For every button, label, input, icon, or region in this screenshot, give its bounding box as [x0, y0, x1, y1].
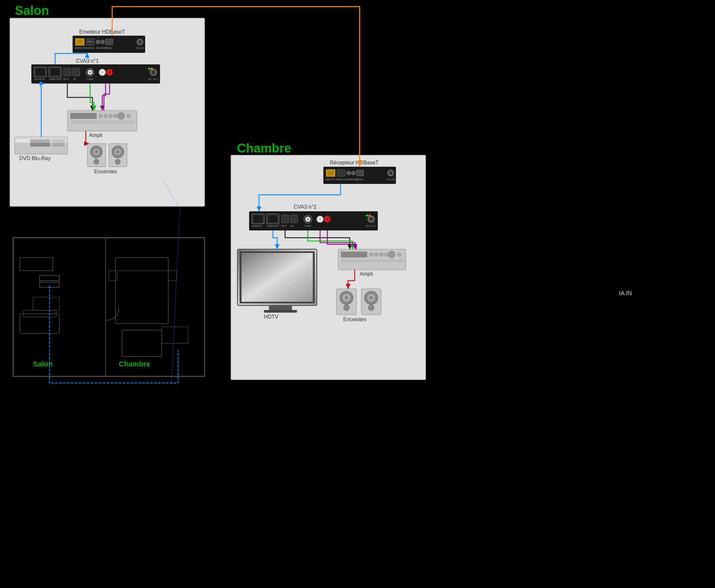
ampli-salon-label: Ampli [89, 132, 102, 138]
svg-text:HDBTOUT: HDBTOUT [74, 47, 86, 49]
hdtv-stand [269, 306, 292, 311]
svg-text:OPTI: OPTI [281, 225, 287, 228]
svg-point-4 [96, 40, 100, 44]
svg-text:DC 12 V: DC 12 V [366, 225, 375, 228]
svg-rect-54 [327, 170, 334, 176]
svg-text:RS232: RS232 [356, 178, 363, 181]
svg-text:HDMI IN: HDMI IN [252, 225, 262, 228]
svg-rect-19 [64, 68, 71, 76]
svg-point-79 [307, 218, 309, 220]
svg-point-84 [326, 217, 329, 221]
svg-point-8 [138, 40, 142, 44]
svg-point-48 [116, 150, 119, 153]
svg-text:HD MI IN: HD MI IN [34, 78, 45, 81]
svg-text:HDMI OUT: HDMI OUT [267, 225, 279, 228]
svg-point-33 [151, 68, 153, 70]
svg-point-28 [108, 71, 111, 74]
svg-point-35 [99, 114, 103, 118]
svg-rect-58 [356, 170, 364, 176]
svg-point-95 [374, 253, 378, 256]
svg-point-97 [384, 253, 388, 256]
svg-rect-55 [337, 170, 345, 176]
svg-text:DC 12 V: DC 12 V [149, 78, 158, 81]
svg-point-30 [152, 71, 155, 74]
svg-rect-68 [254, 215, 263, 223]
svg-rect-21 [72, 68, 80, 76]
svg-point-89 [369, 215, 370, 216]
emitter-label: Emetteur HDBaseT [79, 29, 125, 35]
svg-point-99 [397, 253, 401, 256]
svg-point-60 [389, 171, 392, 175]
svg-text:IRIN: IRIN [347, 178, 351, 181]
svg-text:HDMI IN: HDMI IN [85, 47, 94, 49]
svg-text:AL: AL [73, 78, 76, 81]
svg-rect-75 [290, 215, 298, 223]
svg-text:COAX: COAX [304, 225, 311, 228]
svg-rect-53 [15, 137, 68, 143]
svg-point-39 [118, 112, 124, 119]
svg-rect-1 [76, 39, 84, 45]
svg-text:OPTI: OPTI [63, 78, 69, 81]
svg-text:RS232: RS232 [105, 47, 112, 49]
svg-text:DC 24V: DC 24V [387, 178, 395, 181]
ampli-chambre-label: Ampli [360, 271, 373, 277]
svg-point-94 [369, 253, 373, 256]
svg-point-96 [379, 253, 383, 256]
svg-point-88 [366, 215, 368, 216]
svg-point-56 [347, 171, 351, 175]
svg-point-44 [95, 150, 98, 153]
svg-point-86 [370, 217, 373, 221]
svg-point-104 [344, 305, 349, 311]
svg-text:DC 24V: DC 24V [136, 47, 145, 49]
salon-title: Salon [15, 4, 49, 18]
ia-in-label: IA IN [619, 290, 632, 296]
svg-rect-91 [241, 253, 313, 302]
svg-rect-6 [106, 39, 113, 45]
svg-point-27 [101, 71, 104, 74]
svg-text:Chambre: Chambre [119, 360, 150, 368]
hdtv-label: HDTV [264, 314, 279, 320]
svg-point-107 [370, 296, 372, 299]
svg-rect-100 [341, 259, 404, 262]
svg-point-57 [351, 171, 355, 175]
svg-point-32 [148, 68, 150, 70]
svg-text:HDMI OUT: HDMI OUT [336, 178, 347, 181]
svg-point-103 [345, 296, 348, 299]
svg-rect-15 [36, 68, 45, 76]
enceintes-chambre-label: Enceintes [343, 317, 366, 322]
svg-point-40 [127, 114, 131, 118]
svg-rect-34 [70, 113, 97, 119]
chambre-title: Chambre [237, 141, 291, 155]
svg-point-25 [89, 71, 91, 73]
svg-point-38 [113, 114, 117, 118]
svg-text:COAX: COAX [86, 78, 93, 81]
svg-point-36 [104, 114, 108, 118]
svg-point-108 [368, 305, 374, 311]
enceintes-salon-label: Enceintes [94, 169, 117, 174]
svg-rect-92 [264, 310, 297, 313]
svg-rect-73 [281, 215, 289, 223]
cva3-n1-label: CVA3 n°1 [76, 58, 99, 64]
dvd-label: DVD Blu-Ray [19, 155, 50, 161]
receiver-label: Récepteur HDBaseT [330, 160, 379, 165]
main-diagram: Salon HDMI HDBTOUT HDMI IN IRIN IROUT RS… [0, 0, 715, 588]
svg-point-5 [101, 40, 105, 44]
svg-rect-71 [268, 215, 278, 223]
svg-rect-17 [50, 68, 60, 76]
svg-point-98 [388, 251, 395, 258]
svg-point-37 [109, 114, 112, 118]
svg-text:IRIN: IRIN [96, 47, 101, 49]
svg-point-45 [94, 159, 99, 164]
svg-rect-93 [341, 252, 367, 257]
cva3-n2-label: CVA3 n°2 [294, 204, 317, 210]
svg-point-82 [319, 217, 322, 221]
svg-rect-41 [70, 121, 135, 124]
svg-text:HDMI OUT: HDMI OUT [49, 78, 61, 81]
svg-text:HDMI: HDMI [87, 41, 92, 43]
svg-point-49 [115, 159, 121, 164]
svg-text:AL: AL [291, 225, 294, 228]
svg-text:HDBT IN: HDBT IN [325, 178, 334, 181]
